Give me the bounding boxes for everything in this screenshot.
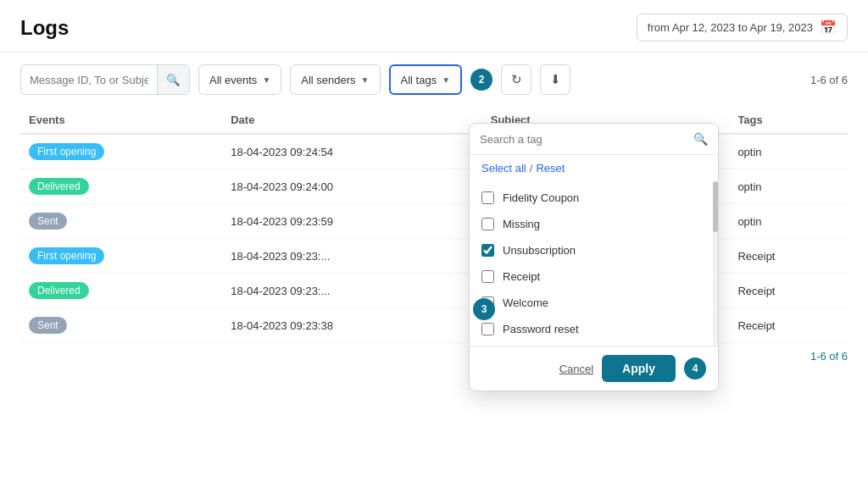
step-3-badge: 3	[473, 298, 495, 320]
select-all-link[interactable]: Select all	[481, 162, 526, 175]
tag-search-icon: 🔍	[693, 132, 708, 146]
event-badge: Sent	[29, 213, 67, 230]
event-badge: Sent	[29, 317, 67, 334]
cell-date: 18-04-2023 09:23:...	[222, 239, 482, 274]
cell-event: Sent	[20, 308, 222, 343]
cell-date: 18-04-2023 09:23:...	[222, 274, 482, 308]
event-badge: First opening	[29, 143, 104, 160]
cell-event: Sent	[20, 204, 222, 239]
col-events: Events	[20, 107, 222, 134]
date-range[interactable]: from Apr 12, 2023 to Apr 19, 2023 📅	[637, 14, 848, 42]
cell-tag: Receipt	[729, 239, 848, 274]
step-4-badge: 4	[684, 357, 706, 380]
tag-label: Missing	[503, 218, 540, 230]
download-button[interactable]: ⬇	[540, 64, 570, 95]
apply-button[interactable]: Apply	[602, 355, 676, 382]
tag-checkbox[interactable]	[481, 323, 494, 335]
tag-checkbox[interactable]	[481, 218, 494, 230]
reset-link[interactable]: Reset	[536, 162, 565, 175]
divider: /	[530, 162, 533, 175]
step-2-badge: 2	[470, 69, 492, 91]
panel-select-row: Select all / Reset	[470, 155, 718, 181]
event-badge: Delivered	[29, 282, 89, 299]
tag-label: Unsubscription	[503, 244, 576, 257]
panel-search-area: 🔍	[470, 124, 718, 155]
cancel-link[interactable]: Cancel	[559, 363, 593, 375]
cell-date: 18-04-2023 09:23:38	[222, 308, 482, 343]
senders-label: All senders	[301, 74, 355, 86]
table-row[interactable]: First opening 18-04-2023 09:24:54 Confir…	[20, 134, 848, 169]
logs-table: Events Date Subject Tags First opening 1…	[20, 107, 848, 343]
table-footer: 1-6 of 6	[0, 343, 868, 369]
table-row[interactable]: First opening 18-04-2023 09:23:... Welco…	[20, 239, 848, 274]
panel-item[interactable]: Welcome	[470, 290, 718, 316]
events-dropdown[interactable]: All events ▼	[198, 64, 281, 95]
senders-dropdown[interactable]: All senders ▼	[290, 64, 380, 95]
cell-date: 18-04-2023 09:24:00	[222, 169, 482, 204]
cell-tag: Receipt	[729, 308, 848, 343]
panel-item[interactable]: Missing	[470, 211, 718, 237]
cell-event: Delivered	[20, 169, 222, 204]
cell-tag: optin	[729, 169, 848, 204]
senders-arrow-icon: ▼	[361, 75, 370, 85]
tags-dropdown-panel: 🔍 Select all / Reset Fidelity Coupon Mis…	[469, 123, 719, 391]
cell-tag: optin	[729, 134, 848, 169]
panel-item[interactable]: Unsubscription	[470, 237, 718, 263]
tag-checkbox[interactable]	[481, 270, 494, 283]
date-range-text: from Apr 12, 2023 to Apr 19, 2023	[648, 21, 813, 34]
col-date: Date	[222, 107, 482, 134]
panel-item[interactable]: Password reset	[470, 316, 718, 342]
tag-label: Welcome	[503, 296, 548, 309]
table-row[interactable]: Delivered 18-04-2023 09:23:... Welcome l…	[20, 274, 848, 308]
cell-event: Delivered	[20, 274, 222, 308]
tags-dropdown[interactable]: All tags ▼	[389, 64, 463, 95]
logs-table-container: Events Date Subject Tags First opening 1…	[0, 107, 868, 343]
page-title: Logs	[20, 16, 69, 40]
panel-item[interactable]: Fidelity Coupon	[470, 185, 718, 211]
tag-label: Receipt	[503, 270, 540, 283]
tag-checkbox[interactable]	[481, 244, 494, 257]
panel-footer: Cancel Apply 4	[470, 346, 718, 391]
events-label: All events	[209, 74, 257, 86]
table-row[interactable]: Delivered 18-04-2023 09:24:00 Confirm yo…	[20, 169, 848, 204]
toolbar: 🔍 All events ▼ All senders ▼ All tags ▼ …	[0, 53, 868, 107]
search-box[interactable]: 🔍	[20, 64, 190, 95]
footer-count: 1-6 of 6	[810, 350, 848, 363]
tags-arrow-icon: ▼	[442, 75, 450, 85]
table-row[interactable]: Sent 18-04-2023 09:23:38 Welcome lin... …	[20, 308, 848, 343]
col-tags: Tags	[729, 107, 848, 134]
panel-item[interactable]: Receipt	[470, 263, 718, 290]
panel-items-list: Fidelity Coupon Missing Unsubscription R…	[470, 181, 718, 346]
search-button[interactable]: 🔍	[157, 64, 189, 95]
tag-search-input[interactable]	[480, 133, 688, 146]
events-arrow-icon: ▼	[262, 75, 270, 85]
table-row[interactable]: Sent 18-04-2023 09:23:59 Confirm lin... …	[20, 204, 848, 239]
page-header: Logs from Apr 12, 2023 to Apr 19, 2023 📅	[0, 0, 868, 53]
event-badge: Delivered	[29, 178, 89, 195]
calendar-icon: 📅	[820, 19, 837, 36]
cell-event: First opening	[20, 134, 222, 169]
event-badge: First opening	[29, 247, 104, 264]
tag-checkbox[interactable]	[481, 191, 494, 204]
cell-date: 18-04-2023 09:24:54	[222, 134, 482, 169]
tag-label: Password reset	[503, 323, 579, 335]
cell-tag: optin	[729, 204, 848, 239]
cell-event: First opening	[20, 239, 222, 274]
refresh-button[interactable]: ↻	[501, 64, 531, 95]
cell-tag: Receipt	[729, 274, 848, 308]
record-count: 1-6 of 6	[810, 74, 848, 86]
tags-label: All tags	[401, 74, 437, 86]
tag-label: Fidelity Coupon	[503, 191, 579, 204]
cell-date: 18-04-2023 09:23:59	[222, 204, 482, 239]
table-header-row: Events Date Subject Tags	[20, 107, 848, 134]
search-input[interactable]	[21, 74, 157, 86]
